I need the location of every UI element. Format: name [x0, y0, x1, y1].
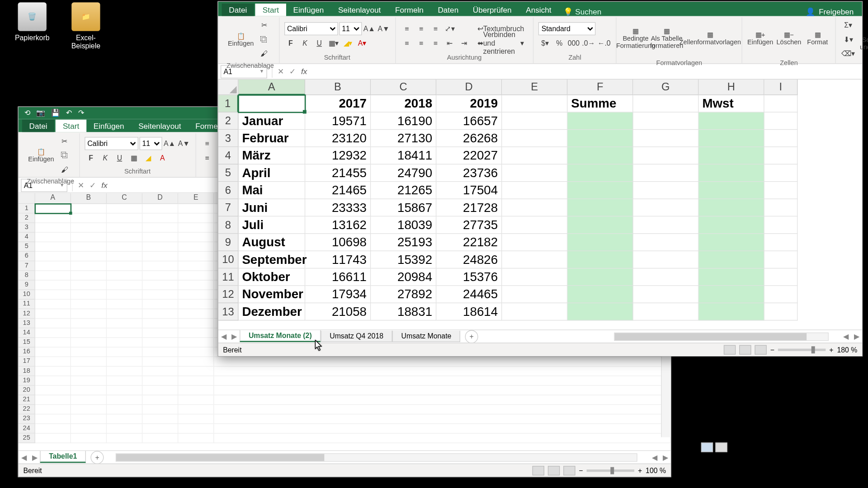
cell-D4[interactable]: [142, 233, 178, 242]
fx-icon[interactable]: fx: [301, 67, 307, 76]
cell-C19[interactable]: [107, 376, 142, 385]
cell-A2[interactable]: Januar: [238, 113, 305, 130]
cell-D22[interactable]: [142, 405, 178, 414]
cell-E22[interactable]: [178, 405, 214, 414]
cell-D8[interactable]: [142, 271, 178, 281]
view-page-break-button[interactable]: [563, 465, 575, 475]
cell-D6[interactable]: 17504: [436, 182, 502, 199]
cell-E23[interactable]: [178, 414, 214, 424]
cell-G7[interactable]: [633, 199, 698, 216]
row-header-18[interactable]: 18: [19, 366, 35, 376]
cell-C15[interactable]: [107, 338, 142, 347]
row-header-2[interactable]: 2: [218, 113, 239, 130]
cell-I5[interactable]: [764, 164, 798, 182]
cell-C1[interactable]: 2018: [371, 95, 436, 112]
cell-E1[interactable]: [178, 204, 214, 213]
cell-D7[interactable]: 21728: [436, 199, 502, 216]
cell-B1[interactable]: [71, 204, 107, 213]
cell-D13[interactable]: 18614: [436, 303, 502, 320]
cell-C20[interactable]: [107, 386, 142, 395]
cell-C25[interactable]: [107, 434, 142, 443]
cell-H2[interactable]: [698, 113, 764, 130]
cell-A2[interactable]: [35, 213, 71, 223]
cell-I8[interactable]: [764, 216, 798, 234]
row-header-22[interactable]: 22: [19, 405, 35, 414]
cell-E4[interactable]: [502, 147, 567, 164]
cell-B8[interactable]: [71, 271, 107, 281]
cell-A9[interactable]: [35, 281, 71, 290]
row-header-6[interactable]: 6: [218, 182, 239, 199]
cell-G9[interactable]: [633, 234, 698, 251]
row-header-21[interactable]: 21: [19, 395, 35, 405]
cell-B7[interactable]: 23333: [305, 199, 371, 216]
row-header-12[interactable]: 12: [19, 309, 35, 319]
cell-E11[interactable]: [502, 268, 567, 286]
cell-B12[interactable]: 17934: [305, 286, 371, 303]
cell-B16[interactable]: [71, 347, 107, 357]
cell-F8[interactable]: [567, 216, 633, 234]
shrink-font-button[interactable]: A▼: [377, 22, 390, 35]
cell-E3[interactable]: [502, 130, 567, 147]
cell-B10[interactable]: 11743: [305, 251, 371, 268]
cell-D24[interactable]: [142, 424, 178, 433]
cell-C13[interactable]: 18831: [371, 303, 436, 320]
align-top-button[interactable]: ≡: [201, 136, 214, 150]
cell-A11[interactable]: Oktober: [238, 268, 305, 286]
cell-I12[interactable]: [764, 286, 798, 303]
cell-C10[interactable]: [107, 290, 142, 300]
cell-B6[interactable]: 21465: [305, 182, 371, 199]
cell-A12[interactable]: November: [238, 286, 305, 303]
bold-button[interactable]: F: [284, 36, 297, 49]
cell-I6[interactable]: [764, 182, 798, 199]
select-all-corner[interactable]: [19, 193, 35, 204]
cut-button[interactable]: ✂: [58, 135, 71, 148]
cell-E25[interactable]: [178, 434, 214, 443]
row-header-14[interactable]: 14: [19, 328, 35, 338]
cell-A4[interactable]: [35, 233, 71, 242]
cell-B7[interactable]: [71, 261, 107, 271]
cell-E17[interactable]: [178, 357, 214, 366]
cell-A8[interactable]: [35, 271, 71, 281]
cell-B15[interactable]: [71, 338, 107, 347]
cell-G12[interactable]: [633, 286, 698, 303]
tab-home[interactable]: Start: [255, 4, 286, 16]
cell-C8[interactable]: [107, 271, 142, 281]
hscroll-right[interactable]: ▶: [851, 332, 862, 341]
format-cells-button[interactable]: ▦Format: [804, 19, 830, 58]
cell-C12[interactable]: 27892: [371, 286, 436, 303]
align-top-button[interactable]: ≡: [400, 22, 413, 35]
cell-F1[interactable]: Summe: [567, 95, 633, 112]
zoom-in-button[interactable]: +: [638, 466, 642, 475]
view-page-layout-button[interactable]: [739, 345, 751, 354]
cell-E15[interactable]: [178, 338, 214, 347]
desktop-recycle-bin[interactable]: 🗑️ Papierkorb: [8, 2, 56, 42]
row-header-4[interactable]: 4: [218, 147, 239, 164]
cell-E4[interactable]: [178, 233, 214, 242]
cell-G1[interactable]: [633, 95, 698, 112]
cell-B23[interactable]: [71, 414, 107, 424]
cell-E7[interactable]: [502, 199, 567, 216]
cell-E20[interactable]: [178, 386, 214, 395]
col-header-H[interactable]: H: [698, 80, 764, 95]
cell-E14[interactable]: [178, 328, 214, 338]
cell-A5[interactable]: April: [238, 164, 305, 182]
cell-E9[interactable]: [502, 234, 567, 251]
cell-B24[interactable]: [71, 424, 107, 433]
cancel-formula-icon[interactable]: ✕: [75, 181, 87, 190]
view-normal-button[interactable]: [724, 345, 736, 354]
cell-E2[interactable]: [178, 213, 214, 223]
add-sheet-button[interactable]: +: [91, 450, 104, 464]
sort-filter-button[interactable]: ⇅Sortieren und Filtern: [858, 20, 868, 59]
cell-styles-button[interactable]: ▦Zellenformatvorlagen: [684, 19, 737, 58]
cell-A3[interactable]: [35, 223, 71, 233]
cell-D19[interactable]: [142, 376, 178, 385]
cell-E10[interactable]: [502, 251, 567, 268]
cell-A10[interactable]: September: [238, 251, 305, 268]
cancel-formula-icon[interactable]: ✕: [275, 67, 287, 76]
autosum-button[interactable]: Σ▾: [841, 19, 856, 32]
cell-A13[interactable]: [35, 319, 71, 328]
cell-B11[interactable]: [71, 300, 107, 309]
cell-A17[interactable]: [35, 357, 71, 366]
row-header-2[interactable]: 2: [19, 213, 35, 223]
cell-A11[interactable]: [35, 300, 71, 309]
